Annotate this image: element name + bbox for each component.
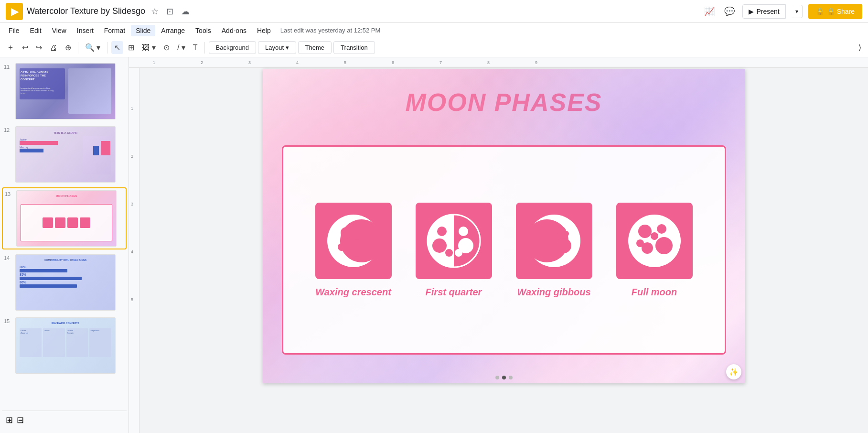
slide-dots bbox=[495, 376, 513, 379]
present-label: Present bbox=[757, 8, 780, 15]
phases-row: Waxing crescent bbox=[315, 203, 693, 298]
text-tool[interactable]: T bbox=[190, 42, 201, 54]
line-tool[interactable]: / ▾ bbox=[174, 41, 188, 54]
phase-waxing-crescent: Waxing crescent bbox=[315, 203, 392, 298]
svg-point-1 bbox=[340, 219, 383, 262]
layout-button[interactable]: Layout ▾ bbox=[258, 41, 296, 54]
present-icon: ▶ bbox=[749, 8, 754, 15]
dot-2 bbox=[502, 376, 506, 379]
dot-1 bbox=[495, 376, 499, 379]
select-tool[interactable]: ↖ bbox=[111, 41, 123, 54]
comment-icon[interactable]: 💬 bbox=[722, 4, 737, 19]
slide-num-15: 15 bbox=[4, 317, 12, 324]
smart-compose-button[interactable]: ✨ bbox=[726, 364, 741, 379]
list-view-icon[interactable]: ⊟ bbox=[17, 415, 24, 425]
lock-icon: 🔒 bbox=[816, 8, 824, 15]
cloud-icon[interactable]: ☁ bbox=[179, 4, 192, 19]
background-button[interactable]: Background bbox=[209, 41, 256, 54]
slide-thumb-11[interactable]: 11 A PICTURE ALWAYS REINFORCES THE CONCE… bbox=[2, 61, 127, 121]
menu-slide[interactable]: Slide bbox=[131, 25, 155, 36]
moon-svg-first-quarter bbox=[423, 210, 485, 272]
folder-icon[interactable]: ⊡ bbox=[164, 4, 175, 19]
svg-point-25 bbox=[657, 224, 666, 234]
add-slide-button[interactable]: ＋ bbox=[4, 41, 17, 54]
slide-thumb-13[interactable]: 13 MOON PHASES bbox=[2, 187, 127, 249]
image-tool[interactable]: 🖼 ▾ bbox=[139, 41, 158, 54]
zoom-button[interactable]: 🔍 ▾ bbox=[82, 41, 103, 54]
redo-button[interactable]: ↪ bbox=[33, 41, 45, 54]
print-button[interactable]: 🖨 bbox=[47, 42, 60, 54]
title-bar: ▶ Watercolor Texture by Slidesgo ☆ ⊡ ☁ 📈… bbox=[0, 0, 868, 23]
phases-card[interactable]: Waxing crescent bbox=[282, 145, 726, 355]
toolbar: ＋ ↩ ↪ 🖨 ⊕ 🔍 ▾ ↖ ⊞ 🖼 ▾ ⊙ / ▾ T Background… bbox=[0, 38, 868, 57]
svg-point-14 bbox=[459, 227, 468, 236]
menu-bar: File Edit View Insert Format Slide Arran… bbox=[0, 23, 868, 38]
phase-icon-first-quarter bbox=[416, 203, 492, 279]
slide-num-14: 14 bbox=[4, 254, 12, 261]
phase-icon-waxing-crescent bbox=[315, 203, 392, 279]
grid-view-icon[interactable]: ⊞ bbox=[6, 415, 13, 425]
shapes-tool[interactable]: ⊙ bbox=[161, 41, 172, 54]
slide-thumb-14[interactable]: 14 COMPATIBILITY WITH OTHER SIGNS 30% 85… bbox=[2, 252, 127, 313]
undo-button[interactable]: ↩ bbox=[19, 41, 31, 54]
slide-image-14: COMPATIBILITY WITH OTHER SIGNS 30% 85% 8… bbox=[15, 254, 116, 311]
slide-panel: 11 A PICTURE ALWAYS REINFORCES THE CONCE… bbox=[0, 57, 129, 433]
svg-point-24 bbox=[638, 225, 652, 238]
menu-help[interactable]: Help bbox=[252, 25, 276, 36]
svg-point-23 bbox=[628, 215, 681, 267]
present-button[interactable]: ▶ Present bbox=[742, 4, 786, 19]
stats-icon[interactable]: 📈 bbox=[702, 4, 717, 19]
menu-file[interactable]: File bbox=[4, 25, 24, 36]
slide-image-12: THIS IS A GRAPH Jupiter Mercury bbox=[15, 126, 116, 183]
svg-point-13 bbox=[445, 249, 453, 257]
svg-point-12 bbox=[432, 238, 447, 253]
menu-format[interactable]: Format bbox=[99, 25, 130, 36]
ruler-vertical: 1 2 3 4 5 bbox=[129, 68, 139, 433]
app-icon: ▶ bbox=[6, 3, 23, 20]
slide-canvas[interactable]: MOON PHASES bbox=[263, 69, 745, 383]
transition-button[interactable]: Transition bbox=[333, 41, 375, 54]
menu-view[interactable]: View bbox=[47, 25, 71, 36]
slide-thumb-15[interactable]: 15 REVIEWING CONCEPTS PiscesAquarius Tau… bbox=[2, 315, 127, 376]
svg-point-2 bbox=[341, 227, 352, 238]
slide-num-11: 11 bbox=[4, 63, 12, 70]
moon-svg-waxing-crescent bbox=[322, 210, 385, 272]
svg-point-29 bbox=[636, 239, 644, 247]
menu-addons[interactable]: Add-ons bbox=[217, 25, 251, 36]
share-button[interactable]: 🔒 🔒 Share bbox=[808, 4, 862, 19]
slide-num-13: 13 bbox=[5, 190, 13, 197]
header-right: 📈 💬 ▶ Present ▾ 🔒 🔒 Share bbox=[702, 4, 863, 19]
edit-box-tool[interactable]: ⊞ bbox=[125, 41, 137, 54]
menu-edit[interactable]: Edit bbox=[25, 25, 46, 36]
svg-point-16 bbox=[455, 249, 462, 257]
slide-thumb-12[interactable]: 12 THIS IS A GRAPH Jupiter Mercury bbox=[2, 124, 127, 184]
star-icon[interactable]: ☆ bbox=[149, 4, 161, 19]
slide-num-12: 12 bbox=[4, 126, 12, 133]
menu-tools[interactable]: Tools bbox=[191, 25, 216, 36]
sidebar-toggle[interactable]: ⟩ bbox=[856, 41, 864, 54]
phase-label-waxing-crescent: Waxing crescent bbox=[315, 287, 391, 298]
menu-insert[interactable]: Insert bbox=[72, 25, 98, 36]
menu-arrange[interactable]: Arrange bbox=[156, 25, 190, 36]
slide-image-13: MOON PHASES bbox=[16, 190, 117, 247]
svg-point-22 bbox=[563, 231, 569, 237]
phase-label-full-moon: Full moon bbox=[632, 287, 677, 298]
svg-point-4 bbox=[338, 243, 345, 251]
phase-label-waxing-gibbous: Waxing gibbous bbox=[517, 287, 590, 298]
canvas-area: 1 2 3 4 5 6 7 8 9 1 2 3 4 5 MOON PHASES bbox=[129, 57, 868, 433]
theme-button[interactable]: Theme bbox=[298, 41, 332, 54]
phase-label-first-quarter: First quarter bbox=[426, 287, 482, 298]
present-caret-button[interactable]: ▾ bbox=[792, 5, 803, 18]
phase-waxing-gibbous: Waxing gibbous bbox=[516, 203, 592, 298]
moon-svg-waxing-gibbous bbox=[523, 210, 585, 272]
phase-first-quarter: First quarter bbox=[416, 203, 492, 298]
paint-format-button[interactable]: ⊕ bbox=[62, 41, 74, 54]
phase-full-moon: Full moon bbox=[616, 203, 693, 298]
svg-point-28 bbox=[651, 232, 658, 240]
main-area: 11 A PICTURE ALWAYS REINFORCES THE CONCE… bbox=[0, 57, 868, 433]
svg-point-21 bbox=[552, 249, 559, 257]
phase-icon-full-moon bbox=[616, 203, 693, 279]
ruler-horizontal: 1 2 3 4 5 6 7 8 9 bbox=[129, 57, 868, 68]
document-title: Watercolor Texture by Slidesgo bbox=[27, 6, 145, 16]
svg-point-11 bbox=[437, 227, 447, 236]
